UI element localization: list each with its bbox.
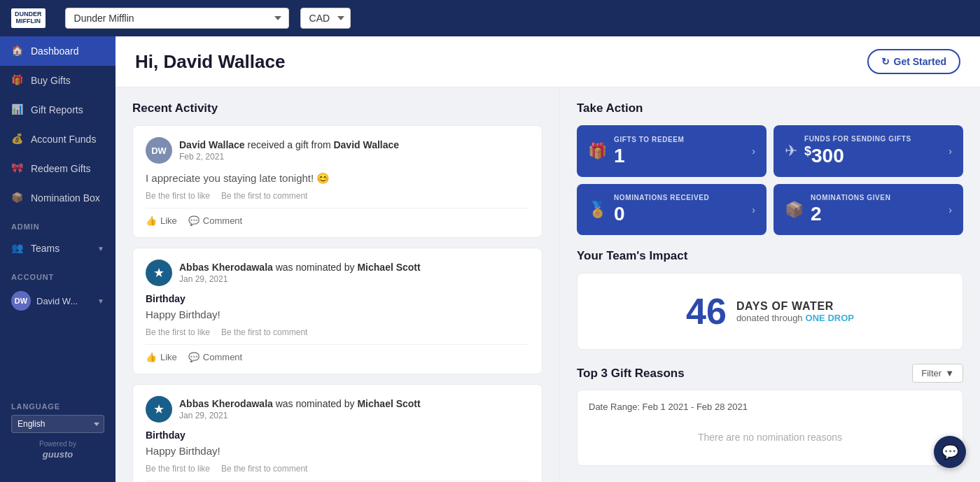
action-card-arrow: › [948, 146, 952, 157]
language-select[interactable]: English [11, 415, 104, 433]
content-area: Hi, David Wallace ↻ Get Started Recent A… [115, 36, 980, 482]
one-drop-logo: ONE DROP [806, 313, 854, 323]
action-card-nominations-given[interactable]: 📦 NOMINATIONS GIVEN 2 › [774, 184, 963, 235]
no-data-message: There are no nomination reasons [589, 420, 951, 454]
sidebar-item-gift-reports[interactable]: 📊 Gift Reports [0, 95, 115, 125]
teams-chevron: ▼ [97, 245, 104, 253]
action-card-arrow: › [752, 204, 755, 215]
gift-reasons-header: Top 3 Gift Reasons Filter ▼ [577, 364, 963, 383]
teams-icon: 👥 [11, 242, 24, 255]
powered-by: Powered by guusto [11, 440, 104, 460]
activity-name: Abbas Kherodawala was nominated by Micha… [179, 262, 529, 273]
action-card-arrow: › [948, 204, 952, 215]
sidebar-account[interactable]: DW David W... ▼ [0, 284, 115, 318]
get-started-button[interactable]: ↻ Get Started [867, 49, 960, 74]
buy-gifts-icon: 🎁 [11, 74, 24, 87]
like-button-act2[interactable]: 👍 Like [146, 352, 177, 362]
activity-message: Happy Birthday! [146, 307, 529, 322]
avatar-act1: DW [146, 137, 172, 164]
activity-card-act2: ★ Abbas Kherodawala was nominated by Mic… [132, 248, 542, 374]
action-card-funds-sending[interactable]: ✈ FUNDS FOR SENDING GIFTS $300 › [774, 125, 963, 177]
account-section-label: ACCOUNT [0, 263, 115, 284]
sidebar-item-label-account-funds: Account Funds [31, 134, 96, 145]
impact-label: DAYS OF WATER [736, 300, 854, 313]
like-button-act1[interactable]: 👍 Like [146, 215, 177, 226]
activity-header: ★ Abbas Kherodawala was nominated by Mic… [146, 260, 529, 286]
activity-card-act3: ★ Abbas Kherodawala was nominated by Mic… [132, 384, 542, 482]
gift-reasons-card: Date Range: Feb 1 2021 - Feb 28 2021 The… [577, 390, 963, 466]
org-dropdown[interactable]: Dunder Mifflin [65, 8, 289, 29]
left-panel: Recent Activity DW David Wallace receive… [115, 87, 560, 482]
sidebar-item-account-funds[interactable]: 💰 Account Funds [0, 125, 115, 154]
get-started-icon: ↻ [881, 56, 890, 67]
activity-badge: Birthday [146, 293, 529, 304]
sidebar-item-redeem-gifts[interactable]: 🎀 Redeem Gifts [0, 154, 115, 183]
action-card-value: $300 [804, 144, 948, 167]
action-card-label: FUNDS FOR SENDING GIFTS [804, 135, 948, 143]
comment-icon: 💬 [188, 352, 200, 362]
logo-area: DUNDER MIFFLIN [11, 8, 46, 28]
action-card-icon-nominations-received: 🏅 [588, 201, 607, 219]
activity-name: David Wallace received a gift from David… [179, 139, 529, 150]
recent-activity-title: Recent Activity [132, 101, 542, 115]
redeem-gifts-icon: 🎀 [11, 162, 24, 175]
action-card-nominations-received[interactable]: 🏅 NOMINATIONS RECEIVED 0 › [577, 184, 766, 235]
activity-badge: Birthday [146, 430, 529, 441]
action-card-label: NOMINATIONS RECEIVED [614, 194, 752, 201]
action-card-label: GIFTS TO REDEEM [614, 136, 752, 143]
avatar-act3: ★ [146, 396, 172, 423]
activity-message: I appreciate you staying late tonight! 😊 [146, 171, 529, 185]
gift-reasons-title: Top 3 Gift Reasons [577, 367, 685, 381]
activity-social: Be the first to like Be the first to com… [146, 464, 529, 474]
action-card-icon-nominations-given: 📦 [785, 201, 804, 219]
guusto-logo: guusto [11, 449, 104, 460]
activity-list: DW David Wallace received a gift from Da… [132, 125, 542, 482]
activity-social: Be the first to like Be the first to com… [146, 327, 529, 337]
comment-icon: 💬 [188, 215, 200, 226]
sidebar-item-teams[interactable]: 👥 Teams ▼ [0, 234, 115, 263]
activity-card-act1: DW David Wallace received a gift from Da… [132, 125, 542, 238]
filter-chevron: ▼ [945, 368, 954, 378]
comment-button-act1[interactable]: 💬 Comment [188, 215, 242, 226]
language-label: LANGUAGE [11, 402, 104, 415]
action-card-value: 2 [811, 203, 948, 225]
take-action-title: Take Action [577, 101, 963, 115]
filter-button[interactable]: Filter ▼ [912, 364, 963, 383]
activity-header: ★ Abbas Kherodawala was nominated by Mic… [146, 396, 529, 423]
sidebar: 🏠 Dashboard 🎁 Buy Gifts 📊 Gift Reports 💰… [0, 36, 115, 482]
like-icon: 👍 [146, 352, 157, 362]
content-header: Hi, David Wallace ↻ Get Started [115, 36, 980, 87]
action-card-label: NOMINATIONS GIVEN [811, 194, 948, 201]
chat-bubble[interactable]: 💬 [934, 436, 966, 468]
sidebar-bottom: LANGUAGE English Powered by guusto [0, 391, 115, 471]
activity-date: Jan 29, 2021 [179, 274, 529, 284]
currency-dropdown[interactable]: CAD [300, 8, 351, 29]
page-title: Hi, David Wallace [135, 51, 285, 73]
date-range: Date Range: Feb 1 2021 - Feb 28 2021 [589, 402, 951, 412]
like-icon: 👍 [146, 215, 157, 226]
comment-button-act2[interactable]: 💬 Comment [188, 352, 242, 362]
sidebar-item-label-redeem-gifts: Redeem Gifts [31, 163, 91, 174]
activity-social: Be the first to like Be the first to com… [146, 191, 529, 201]
admin-section-label: ADMIN [0, 213, 115, 234]
account-chevron: ▼ [97, 297, 104, 305]
sidebar-item-nomination-box[interactable]: 📦 Nomination Box [0, 183, 115, 213]
action-card-icon-gifts-redeem: 🎁 [588, 142, 607, 160]
nomination-box-icon: 📦 [11, 192, 24, 204]
sidebar-item-dashboard[interactable]: 🏠 Dashboard [0, 36, 115, 66]
action-card-gifts-redeem[interactable]: 🎁 GIFTS TO REDEEM 1 › [577, 125, 766, 177]
account-username: David W... [36, 296, 78, 306]
account-avatar: DW [11, 291, 31, 311]
logo: DUNDER MIFFLIN [11, 8, 46, 28]
activity-date: Jan 29, 2021 [179, 411, 529, 420]
action-card-value: 1 [614, 145, 752, 167]
activity-actions: 👍 Like 💬 Comment [146, 208, 529, 226]
action-card-icon-funds-sending: ✈ [785, 142, 797, 160]
activity-date: Feb 2, 2021 [179, 152, 529, 162]
activity-name: Abbas Kherodawala was nominated by Micha… [179, 398, 529, 409]
take-action-grid: 🎁 GIFTS TO REDEEM 1 › ✈ FUNDS FOR SENDIN… [577, 125, 963, 235]
team-impact-title: Your Team's Impact [577, 249, 963, 263]
dashboard-icon: 🏠 [11, 45, 24, 57]
sidebar-item-label-dashboard: Dashboard [31, 45, 79, 57]
sidebar-item-buy-gifts[interactable]: 🎁 Buy Gifts [0, 66, 115, 95]
